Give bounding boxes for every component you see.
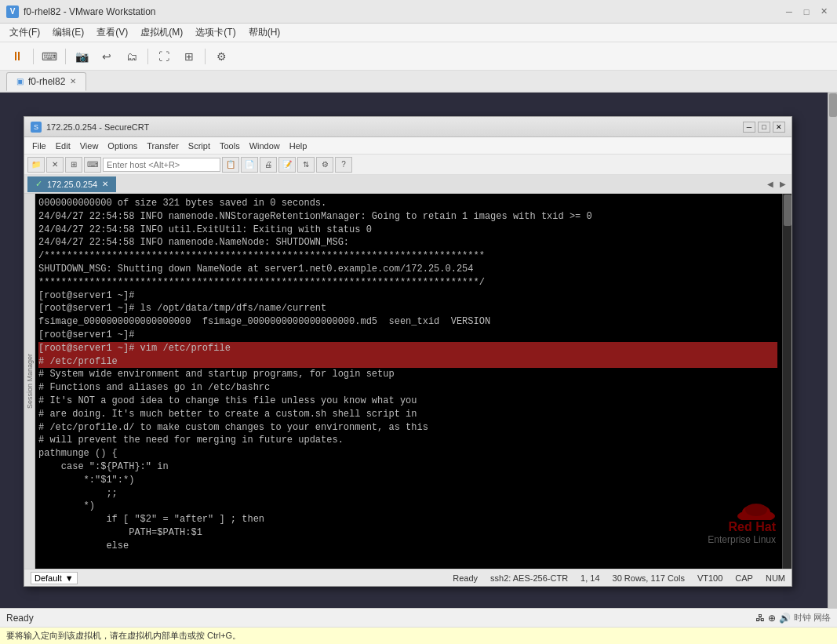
vmware-title-bar: V f0-rhel82 - VMware Workstation ─ □ ✕	[0, 0, 837, 24]
terminal-scroll-thumb[interactable]	[784, 195, 792, 226]
scrt-menu-options[interactable]: Options	[103, 140, 142, 151]
tab-close-icon[interactable]: ✕	[70, 77, 76, 86]
scrt-clone-btn[interactable]: ⊞	[65, 157, 82, 173]
terminal-line-11-highlighted: [root@server1 ~]# vim /etc/profile	[38, 342, 777, 355]
maximize-button[interactable]: □	[799, 5, 813, 19]
scrt-disconnect-btn[interactable]: ✕	[46, 157, 64, 173]
scrt-help-btn[interactable]: ?	[335, 157, 352, 173]
vm-display[interactable]: S 172.25.0.254 - SecureCRT ─ □ ✕ File Ed…	[0, 93, 828, 608]
vmware-window: V f0-rhel82 - VMware Workstation ─ □ ✕ 文…	[0, 0, 837, 644]
terminal-line-28: else	[38, 540, 777, 553]
scrt-menu-script[interactable]: Script	[184, 140, 215, 151]
status-num: NUM	[766, 573, 785, 583]
send-ctrlaltdel-button[interactable]: ⌨	[38, 45, 60, 67]
status-session-label: Default	[35, 573, 62, 583]
session-nav-right[interactable]: ▶	[777, 177, 788, 191]
host-input[interactable]	[103, 158, 220, 172]
main-scroll-thumb[interactable]	[829, 93, 837, 117]
redhat-text-enterprise: Enterprise Linux	[708, 534, 776, 545]
terminal-line-4: /***************************************…	[38, 249, 777, 263]
scrt-print-btn[interactable]: 🖨	[260, 157, 277, 173]
scrt-sftp-btn[interactable]: ⇅	[297, 157, 315, 173]
securecrt-title-text: 172.25.0.254 - SecureCRT	[46, 122, 743, 132]
vm-tab[interactable]: ▣ f0-rhel82 ✕	[6, 72, 86, 91]
scrt-menu-help[interactable]: Help	[285, 140, 312, 151]
terminal-area[interactable]: 0000000000000 of size 321 bytes saved in…	[35, 194, 792, 569]
scrt-keymap-btn[interactable]: ⌨	[84, 157, 101, 173]
minimize-button[interactable]: ─	[782, 5, 796, 19]
terminal-container: Session Manager 0000000000000 of size 32…	[24, 194, 792, 569]
menu-file[interactable]: 文件(F)	[3, 24, 46, 41]
settings-button[interactable]: ⚙	[210, 45, 232, 67]
terminal-line-12-highlighted: # /etc/profile	[38, 355, 777, 369]
terminal-line-6: ****************************************…	[38, 276, 777, 289]
toolbar-sep-3	[147, 49, 148, 64]
status-session-dropdown[interactable]: Default ▼	[31, 572, 78, 584]
session-nav: ◀ ▶	[765, 177, 788, 191]
scrt-menu-edit[interactable]: Edit	[51, 140, 75, 151]
scrt-paste-btn[interactable]: 📄	[241, 157, 258, 173]
session-tab[interactable]: ✓ 172.25.0.254 ✕	[27, 176, 116, 192]
status-ready: Ready	[453, 573, 478, 583]
vm-tab-label: f0-rhel82	[28, 76, 65, 87]
network-icon: 🖧	[755, 613, 765, 624]
pause-button[interactable]: ⏸	[6, 45, 28, 67]
close-button[interactable]: ✕	[817, 5, 831, 19]
securecrt-status-right: Ready ssh2: AES-256-CTR 1, 14 30 Rows, 1…	[453, 573, 785, 583]
scrt-copy-btn[interactable]: 📋	[222, 157, 239, 173]
session-manager-label: Session Manager	[26, 354, 34, 409]
scrt-menu-view[interactable]: View	[75, 140, 104, 151]
snapshot-mgr-button[interactable]: 🗂	[121, 45, 143, 67]
revert-button[interactable]: ↩	[96, 45, 118, 67]
snapshot-button[interactable]: 📷	[71, 45, 93, 67]
session-tab-bar: ✓ 172.25.0.254 ✕ ◀ ▶	[24, 175, 792, 194]
menu-tabs[interactable]: 选项卡(T)	[189, 24, 242, 41]
toolbar-sep-2	[65, 49, 66, 64]
dropdown-arrow-icon: ▼	[65, 573, 74, 583]
toolbar-sep-4	[205, 49, 206, 64]
session-tab-close-icon[interactable]: ✕	[102, 180, 108, 188]
session-manager-sidebar: Session Manager	[24, 194, 35, 569]
unity-button[interactable]: ⊞	[178, 45, 200, 67]
scrt-macro-btn[interactable]: ⚙	[316, 157, 333, 173]
fullscreen-button[interactable]: ⛶	[153, 45, 175, 67]
status-cursor-position: 1, 14	[580, 573, 599, 583]
vmware-window-controls: ─ □ ✕	[782, 5, 831, 19]
vmware-title: f0-rhel82 - VMware Workstation	[24, 6, 782, 17]
securecrt-status-bar: Default ▼ Ready ssh2: AES-256-CTR 1, 14 …	[24, 569, 792, 586]
securecrt-close-button[interactable]: ✕	[773, 122, 785, 133]
terminal-line-7: [root@server1 ~]#	[38, 289, 777, 303]
scrt-log-btn[interactable]: 📝	[278, 157, 296, 173]
securecrt-window-controls: ─ □ ✕	[743, 122, 785, 133]
scrt-menu-file[interactable]: File	[27, 140, 51, 151]
session-connected-icon: ✓	[35, 179, 42, 189]
redhat-hat-icon	[737, 500, 776, 520]
securecrt-window: S 172.25.0.254 - SecureCRT ─ □ ✕ File Ed…	[24, 116, 792, 587]
vmware-message-bar: 要将输入定向到该虚拟机，请在虚拟机内部单击或按 Ctrl+G。	[0, 627, 837, 644]
vmware-status-right: 🖧 ⊕ 🔊 时钟 网络	[755, 612, 831, 624]
main-scrollbar[interactable]	[828, 93, 837, 608]
terminal-scrollbar[interactable]	[782, 194, 792, 569]
terminal-line-5: SHUTDOWN_MSG: Shutting down NameNode at …	[38, 263, 777, 276]
securecrt-maximize-button[interactable]: □	[758, 122, 770, 133]
menu-view[interactable]: 查看(V)	[90, 24, 134, 41]
securecrt-minimize-button[interactable]: ─	[743, 122, 755, 133]
menu-vm[interactable]: 虚拟机(M)	[134, 24, 189, 41]
terminal-line-26: if [ "$2" = "after" ] ; then	[38, 513, 777, 526]
scrt-menu-window[interactable]: Window	[245, 140, 285, 151]
terminal-line-3: 24/04/27 22:54:58 INFO namenode.NameNode…	[38, 236, 777, 249]
terminal-line-25: *)	[38, 500, 777, 513]
session-nav-left[interactable]: ◀	[765, 177, 776, 191]
menu-help[interactable]: 帮助(H)	[242, 24, 287, 41]
usb-icon: ⊕	[768, 613, 776, 624]
scrt-connect-btn[interactable]: 📁	[27, 157, 45, 173]
session-tab-label: 172.25.0.254	[47, 180, 97, 189]
terminal-line-14: # Functions and aliases go in /etc/bashr…	[38, 381, 777, 395]
terminal-line-21: pathmunge () {	[38, 447, 777, 460]
redhat-watermark: Red Hat Enterprise Linux	[708, 500, 776, 545]
redhat-text-red: Red Hat	[729, 520, 776, 534]
scrt-menu-transfer[interactable]: Transfer	[142, 140, 184, 151]
menu-edit[interactable]: 编辑(E)	[46, 24, 90, 41]
scrt-menu-tools[interactable]: Tools	[215, 140, 245, 151]
terminal-line-19: # will prevent the need for merging in f…	[38, 434, 777, 447]
